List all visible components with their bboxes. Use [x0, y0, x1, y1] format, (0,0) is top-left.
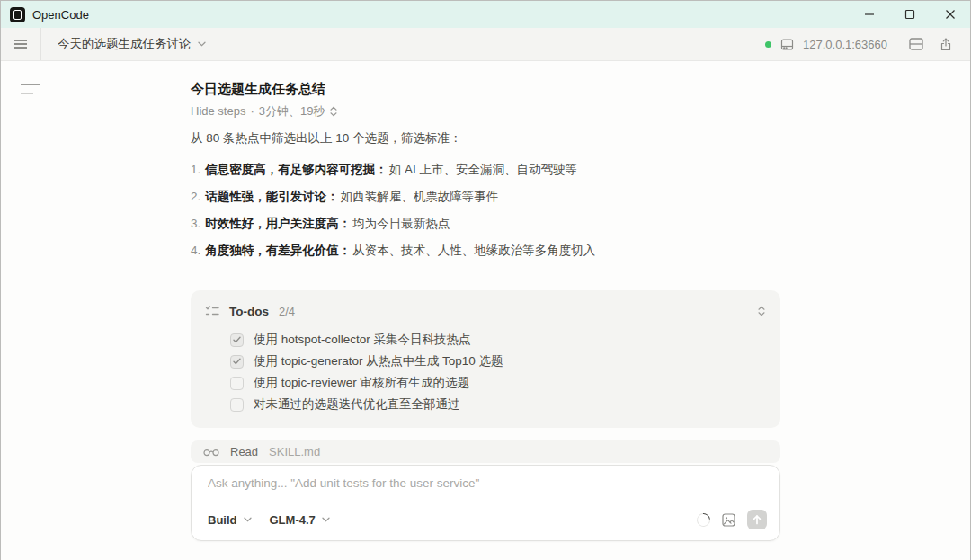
spinner-icon: [694, 510, 713, 529]
todo-checkbox[interactable]: [230, 398, 244, 412]
app-logo-icon: [10, 7, 25, 22]
minimize-icon: [864, 9, 875, 20]
maximize-button[interactable]: [889, 1, 930, 28]
criterion-number: 4.: [191, 244, 200, 257]
todo-label: 使用 topic-generator 从热点中生成 Top10 选题: [254, 353, 503, 369]
outline-marker: [21, 84, 40, 94]
criterion-detail: 均为今日最新热点: [352, 217, 450, 230]
criterion-title: 话题性强，能引发讨论：: [205, 190, 339, 203]
attach-image-button[interactable]: [722, 513, 735, 527]
todo-item: 使用 hotspot-collector 采集今日科技热点: [230, 329, 766, 351]
server-address[interactable]: 127.0.0.1:63660: [803, 38, 887, 51]
criterion-item: 2.话题性强，能引发讨论：如西装解雇、机票故障等事件: [191, 188, 780, 206]
close-button[interactable]: [930, 1, 970, 28]
image-icon: [722, 513, 735, 527]
todo-label: 使用 hotspot-collector 采集今日科技热点: [254, 332, 471, 348]
split-view-button[interactable]: [905, 34, 927, 54]
criterion-title: 信息密度高，有足够内容可挖掘：: [205, 163, 388, 176]
glasses-icon: [203, 448, 219, 457]
chevron-down-icon: [322, 517, 330, 522]
todo-list: 使用 hotspot-collector 采集今日科技热点 使用 topic-g…: [205, 329, 766, 415]
maximize-icon: [904, 9, 915, 20]
todo-label: 使用 topic-reviewer 审核所有生成的选题: [254, 375, 469, 391]
todo-item: 使用 topic-reviewer 审核所有生成的选题: [230, 372, 766, 394]
composer-toolbar: Build GLM-4.7: [208, 510, 767, 529]
todos-title: To-dos: [229, 305, 269, 318]
todo-label: 对未通过的选题迭代优化直至全部通过: [254, 396, 460, 413]
mode-picker[interactable]: Build: [208, 513, 252, 527]
criterion-number: 1.: [191, 163, 200, 176]
session-title-dropdown[interactable]: 今天的选题生成任务讨论: [58, 36, 206, 52]
close-icon: [945, 9, 956, 20]
criterion-number: 2.: [191, 190, 200, 203]
criterion-detail: 如西装解雇、机票故障等事件: [341, 190, 499, 203]
separator: ·: [250, 104, 254, 119]
hamburger-icon: [13, 39, 28, 49]
chevrons-up-down-icon: [757, 306, 766, 316]
toolbar: 今天的选题生成任务讨论 127.0.0.1:63660: [1, 28, 970, 61]
send-button[interactable]: [747, 510, 767, 529]
message-thread: 今日选题生成任务总结 Hide steps · 3分钟、19秒 从 80 条热点…: [191, 61, 780, 541]
todos-count: 2/4: [279, 305, 295, 318]
model-picker[interactable]: GLM-4.7: [270, 513, 330, 527]
check-icon: [233, 358, 241, 365]
toolbar-right: 127.0.0.1:63660: [765, 34, 956, 55]
criterion-detail: 如 AI 上市、安全漏洞、自动驾驶等: [389, 163, 577, 176]
criterion-detail: 从资本、技术、人性、地缘政治等多角度切入: [352, 244, 595, 257]
arrow-up-icon: [752, 514, 762, 525]
message-intro: 从 80 条热点中筛选出以上 10 个选题，筛选标准：: [191, 129, 780, 147]
message-heading: 今日选题生成任务总结: [191, 81, 780, 97]
server-status-dot: [765, 41, 771, 48]
chat-content: 今日选题生成任务总结 Hide steps · 3分钟、19秒 从 80 条热点…: [1, 61, 970, 560]
check-icon: [233, 336, 241, 343]
todo-item: 使用 topic-generator 从热点中生成 Top10 选题: [230, 351, 766, 372]
chevron-down-icon: [244, 517, 252, 522]
todo-item: 对未通过的选题迭代优化直至全部通过: [230, 394, 766, 415]
todos-panel: To-dos 2/4 使用 hotspot-collector 采集今日科技热点…: [191, 290, 780, 428]
criteria-list: 1.信息密度高，有足够内容可挖掘：如 AI 上市、安全漏洞、自动驾驶等 2.话题…: [191, 161, 780, 260]
composer-actions: [697, 510, 767, 529]
todo-checkbox[interactable]: [230, 377, 244, 390]
share-icon: [940, 38, 952, 51]
composer: Build GLM-4.7: [191, 465, 780, 541]
app-window: OpenCode 今天的选题生成任务讨论 127.0.0.1:63660: [0, 0, 971, 560]
session-title: 今天的选题生成任务讨论: [58, 36, 192, 52]
mode-label: Build: [208, 513, 237, 527]
minimize-button[interactable]: [849, 1, 889, 28]
tool-call-bar[interactable]: Read SKILL.md: [191, 440, 780, 463]
server-icon: [780, 38, 794, 51]
criterion-item: 4.角度独特，有差异化价值：从资本、技术、人性、地缘政治等多角度切入: [191, 242, 780, 260]
app-title: OpenCode: [32, 8, 89, 22]
criterion-title: 角度独特，有差异化价值：: [205, 244, 351, 257]
criterion-item: 3.时效性好，用户关注度高：均为今日最新热点: [191, 215, 780, 233]
titlebar: OpenCode: [1, 1, 970, 28]
window-controls: [849, 1, 970, 28]
criterion-title: 时效性好，用户关注度高：: [205, 217, 351, 230]
criterion-number: 3.: [191, 217, 200, 230]
split-view-icon: [909, 38, 923, 50]
toolbar-divider: [40, 28, 41, 60]
hide-steps-toggle[interactable]: Hide steps: [191, 104, 245, 119]
todo-checkbox[interactable]: [230, 355, 244, 369]
chevrons-up-down-icon: [329, 106, 338, 117]
duration: 3分钟、19秒: [259, 104, 325, 119]
chat-input[interactable]: [208, 476, 767, 490]
todos-header: To-dos 2/4: [205, 302, 766, 320]
list-check-icon: [205, 305, 219, 317]
sidebar-menu-button[interactable]: [1, 28, 40, 60]
criterion-item: 1.信息密度高，有足够内容可挖掘：如 AI 上市、安全漏洞、自动驾驶等: [191, 161, 780, 179]
chevron-down-icon: [198, 41, 206, 47]
tool-target: SKILL.md: [269, 445, 320, 458]
todo-checkbox[interactable]: [230, 333, 244, 347]
steps-line: Hide steps · 3分钟、19秒: [191, 104, 780, 119]
model-label: GLM-4.7: [270, 513, 316, 527]
todos-expand-button[interactable]: [757, 306, 766, 316]
share-button[interactable]: [936, 34, 956, 55]
tool-action: Read: [230, 445, 258, 458]
